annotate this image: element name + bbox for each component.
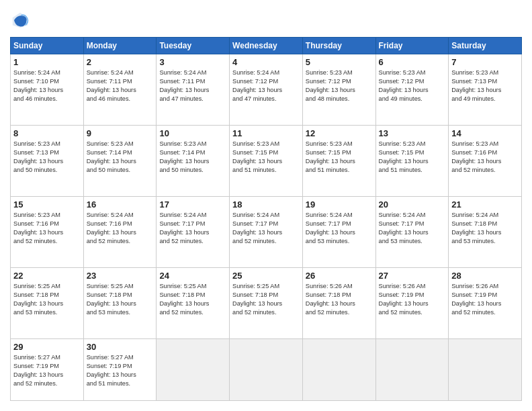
day-number: 7 [451,57,519,67]
day-number: 15 [13,199,81,210]
weekday-header-tuesday: Tuesday [157,38,230,54]
calendar-cell: 14Sunrise: 5:23 AMSunset: 7:16 PMDayligh… [449,125,522,196]
day-number: 6 [379,57,446,67]
calendar-cell: 13Sunrise: 5:23 AMSunset: 7:15 PMDayligh… [375,125,449,196]
day-number: 30 [87,342,154,352]
cell-info: Sunrise: 5:25 AMSunset: 7:18 PMDaylight:… [13,283,63,316]
cell-info: Sunrise: 5:24 AMSunset: 7:17 PMDaylight:… [232,212,282,244]
calendar-cell: 19Sunrise: 5:24 AMSunset: 7:17 PMDayligh… [302,196,375,267]
calendar-cell: 1Sunrise: 5:24 AMSunset: 7:10 PMDaylight… [11,54,84,126]
calendar-table: SundayMondayTuesdayWednesdayThursdayFrid… [10,37,522,401]
day-number: 11 [232,128,300,138]
calendar-cell: 9Sunrise: 5:23 AMSunset: 7:14 PMDaylight… [83,125,157,196]
logo-icon [10,10,30,30]
calendar-cell: 25Sunrise: 5:25 AMSunset: 7:18 PMDayligh… [230,267,303,338]
calendar-cell: 23Sunrise: 5:25 AMSunset: 7:18 PMDayligh… [83,267,157,338]
cell-info: Sunrise: 5:23 AMSunset: 7:12 PMDaylight:… [379,69,429,102]
day-number: 4 [232,57,300,67]
calendar-cell: 12Sunrise: 5:23 AMSunset: 7:15 PMDayligh… [302,125,375,196]
calendar-cell: 11Sunrise: 5:23 AMSunset: 7:15 PMDayligh… [230,125,303,196]
day-number: 12 [306,128,373,138]
calendar-cell: 10Sunrise: 5:23 AMSunset: 7:14 PMDayligh… [157,125,230,196]
cell-info: Sunrise: 5:26 AMSunset: 7:19 PMDaylight:… [379,283,429,316]
weekday-header-saturday: Saturday [449,38,522,54]
cell-info: Sunrise: 5:24 AMSunset: 7:17 PMDaylight:… [306,212,355,244]
weekday-header-thursday: Thursday [302,38,375,54]
cell-info: Sunrise: 5:24 AMSunset: 7:16 PMDaylight:… [87,212,136,244]
calendar-cell: 8Sunrise: 5:23 AMSunset: 7:13 PMDaylight… [11,125,84,196]
day-number: 25 [232,271,300,281]
cell-info: Sunrise: 5:25 AMSunset: 7:18 PMDaylight:… [159,283,209,316]
calendar-cell [375,338,449,400]
weekday-header-friday: Friday [375,38,449,54]
day-number: 10 [159,128,226,138]
cell-info: Sunrise: 5:27 AMSunset: 7:19 PMDaylight:… [87,354,136,387]
cell-info: Sunrise: 5:24 AMSunset: 7:10 PMDaylight:… [13,69,63,102]
day-number: 8 [13,128,81,138]
day-number: 19 [306,199,373,210]
calendar-cell: 15Sunrise: 5:23 AMSunset: 7:16 PMDayligh… [11,196,84,267]
weekday-header-sunday: Sunday [11,38,84,54]
day-number: 17 [159,199,226,210]
cell-info: Sunrise: 5:24 AMSunset: 7:17 PMDaylight:… [379,212,429,244]
page: SundayMondayTuesdayWednesdayThursdayFrid… [0,0,532,411]
day-number: 29 [13,342,81,352]
calendar-cell: 2Sunrise: 5:24 AMSunset: 7:11 PMDaylight… [83,54,157,126]
calendar-cell: 22Sunrise: 5:25 AMSunset: 7:18 PMDayligh… [11,267,84,338]
calendar-cell: 21Sunrise: 5:24 AMSunset: 7:18 PMDayligh… [449,196,522,267]
calendar-cell: 4Sunrise: 5:24 AMSunset: 7:12 PMDaylight… [230,54,303,126]
calendar-cell: 29Sunrise: 5:27 AMSunset: 7:19 PMDayligh… [11,338,84,400]
cell-info: Sunrise: 5:23 AMSunset: 7:16 PMDaylight:… [13,212,63,244]
weekday-header-monday: Monday [83,38,157,54]
cell-info: Sunrise: 5:23 AMSunset: 7:15 PMDaylight:… [306,140,355,173]
day-number: 24 [159,271,226,281]
cell-info: Sunrise: 5:24 AMSunset: 7:11 PMDaylight:… [159,69,209,102]
calendar-cell: 28Sunrise: 5:26 AMSunset: 7:19 PMDayligh… [449,267,522,338]
cell-info: Sunrise: 5:23 AMSunset: 7:16 PMDaylight:… [451,140,501,173]
cell-info: Sunrise: 5:23 AMSunset: 7:15 PMDaylight:… [379,140,429,173]
calendar-cell: 17Sunrise: 5:24 AMSunset: 7:17 PMDayligh… [157,196,230,267]
cell-info: Sunrise: 5:24 AMSunset: 7:18 PMDaylight:… [451,212,501,244]
day-number: 1 [13,57,81,67]
day-number: 28 [451,271,519,281]
calendar-cell: 26Sunrise: 5:26 AMSunset: 7:18 PMDayligh… [302,267,375,338]
cell-info: Sunrise: 5:25 AMSunset: 7:18 PMDaylight:… [232,283,282,316]
day-number: 13 [379,128,446,138]
day-number: 18 [232,199,300,210]
cell-info: Sunrise: 5:23 AMSunset: 7:14 PMDaylight:… [159,140,209,173]
day-number: 20 [379,199,446,210]
calendar-cell: 27Sunrise: 5:26 AMSunset: 7:19 PMDayligh… [375,267,449,338]
calendar-cell: 18Sunrise: 5:24 AMSunset: 7:17 PMDayligh… [230,196,303,267]
day-number: 21 [451,199,519,210]
day-number: 9 [87,128,154,138]
day-number: 22 [13,271,81,281]
day-number: 5 [306,57,373,67]
cell-info: Sunrise: 5:26 AMSunset: 7:19 PMDaylight:… [451,283,501,316]
day-number: 23 [87,271,154,281]
cell-info: Sunrise: 5:27 AMSunset: 7:19 PMDaylight:… [13,354,63,387]
cell-info: Sunrise: 5:24 AMSunset: 7:17 PMDaylight:… [159,212,209,244]
header [10,10,522,30]
logo [10,10,33,30]
cell-info: Sunrise: 5:25 AMSunset: 7:18 PMDaylight:… [87,283,136,316]
cell-info: Sunrise: 5:23 AMSunset: 7:13 PMDaylight:… [13,140,63,173]
cell-info: Sunrise: 5:23 AMSunset: 7:14 PMDaylight:… [87,140,136,173]
calendar-cell: 16Sunrise: 5:24 AMSunset: 7:16 PMDayligh… [83,196,157,267]
calendar-cell: 6Sunrise: 5:23 AMSunset: 7:12 PMDaylight… [375,54,449,126]
day-number: 2 [87,57,154,67]
cell-info: Sunrise: 5:24 AMSunset: 7:11 PMDaylight:… [87,69,136,102]
day-number: 27 [379,271,446,281]
cell-info: Sunrise: 5:26 AMSunset: 7:18 PMDaylight:… [306,283,355,316]
cell-info: Sunrise: 5:24 AMSunset: 7:12 PMDaylight:… [232,69,282,102]
cell-info: Sunrise: 5:23 AMSunset: 7:15 PMDaylight:… [232,140,282,173]
calendar-cell [157,338,230,400]
calendar-cell [302,338,375,400]
day-number: 3 [159,57,226,67]
day-number: 26 [306,271,373,281]
calendar-cell: 3Sunrise: 5:24 AMSunset: 7:11 PMDaylight… [157,54,230,126]
weekday-header-wednesday: Wednesday [230,38,303,54]
calendar-cell: 24Sunrise: 5:25 AMSunset: 7:18 PMDayligh… [157,267,230,338]
calendar-cell [449,338,522,400]
cell-info: Sunrise: 5:23 AMSunset: 7:13 PMDaylight:… [451,69,501,102]
calendar-cell: 30Sunrise: 5:27 AMSunset: 7:19 PMDayligh… [83,338,157,400]
